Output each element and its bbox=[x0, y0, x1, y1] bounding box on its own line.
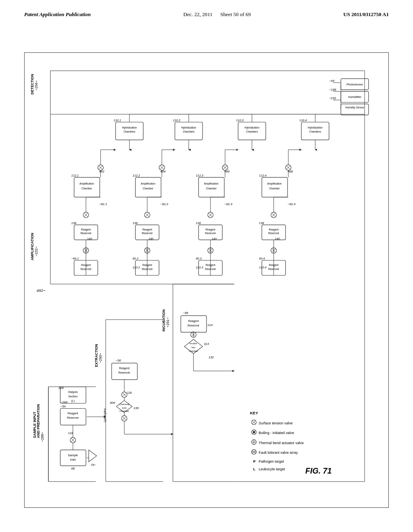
svg-text:138: 138 bbox=[196, 221, 201, 225]
svg-text:Reagent: Reagent bbox=[206, 228, 215, 231]
svg-text:Hybridization: Hybridization bbox=[308, 126, 323, 129]
svg-text:Chambers: Chambers bbox=[309, 130, 321, 133]
svg-text:130: 130 bbox=[133, 406, 139, 410]
svg-text:110.4: 110.4 bbox=[259, 266, 266, 269]
svg-text:Lysocytes: Lysocytes bbox=[103, 408, 106, 422]
svg-text:lysis: lysis bbox=[122, 407, 126, 409]
svg-text:~62.3: ~62.3 bbox=[224, 202, 232, 206]
svg-text:112.2: 112.2 bbox=[133, 174, 140, 177]
svg-text:110.4: 110.4 bbox=[299, 118, 307, 122]
header-center: Dec. 22, 2011 Sheet 50 of 69 bbox=[183, 11, 250, 18]
publication-date: Dec. 22, 2011 bbox=[183, 11, 212, 17]
svg-text:110.2: 110.2 bbox=[133, 266, 140, 269]
svg-text:60.2: 60.2 bbox=[133, 257, 138, 260]
svg-text:Amplification: Amplification bbox=[141, 182, 156, 185]
publication-label: Patent Application Publication bbox=[24, 11, 91, 18]
svg-text:114: 114 bbox=[207, 323, 213, 327]
svg-text:492~: 492~ bbox=[37, 288, 46, 293]
svg-text:Reservoir: Reservoir bbox=[142, 232, 153, 235]
svg-text:Amplification: Amplification bbox=[79, 182, 94, 185]
svg-text:~232: ~232 bbox=[329, 96, 336, 100]
svg-text:~60.1: ~60.1 bbox=[71, 257, 79, 260]
svg-text:138: 138 bbox=[133, 221, 138, 225]
svg-text:DETECTION: DETECTION bbox=[30, 74, 34, 94]
svg-text:68: 68 bbox=[71, 467, 75, 470]
svg-text:128: 128 bbox=[127, 391, 132, 394]
svg-text:~56: ~56 bbox=[116, 359, 121, 362]
svg-text:Inlet: Inlet bbox=[70, 458, 76, 461]
svg-text:AMPLIFICATION: AMPLIFICATION bbox=[30, 233, 34, 260]
svg-text:Leukocyte target: Leukocyte target bbox=[259, 467, 285, 471]
svg-text:Chamber: Chamber bbox=[81, 187, 92, 190]
page: Patent Application Publication Dec. 22, … bbox=[0, 0, 413, 532]
page-header: Patent Application Publication Dec. 22, … bbox=[0, 0, 413, 18]
svg-text:Incuba-: Incuba- bbox=[190, 342, 198, 345]
patent-number: US 2011/0312750 A1 bbox=[343, 11, 389, 18]
svg-text:Reservoir: Reservoir bbox=[188, 324, 200, 327]
svg-text:132: 132 bbox=[209, 355, 214, 359]
svg-text:~294~: ~294~ bbox=[34, 81, 38, 91]
svg-text:~62.1: ~62.1 bbox=[99, 202, 107, 206]
svg-text:~62.4: ~62.4 bbox=[288, 202, 296, 206]
svg-text:tion: tion bbox=[192, 346, 195, 349]
sheet-number: Sheet 50 of 69 bbox=[220, 11, 250, 17]
svg-text:Reagent: Reagent bbox=[142, 228, 152, 231]
svg-text:Reagent: Reagent bbox=[68, 412, 78, 415]
svg-text:~290~: ~290~ bbox=[98, 353, 102, 363]
svg-text:Chambers: Chambers bbox=[246, 130, 258, 133]
svg-text:Hybridization: Hybridization bbox=[181, 126, 196, 129]
figure-container: SAMPLE INPUT AND PREPARATION ~288~ EXTRA… bbox=[24, 52, 389, 508]
svg-text:Reagent: Reagent bbox=[119, 367, 129, 370]
svg-text:Fault tolerant valve array: Fault tolerant valve array bbox=[259, 451, 298, 455]
svg-text:Sample: Sample bbox=[68, 453, 78, 457]
svg-text:~44: ~44 bbox=[329, 79, 335, 83]
svg-text:chamber: chamber bbox=[189, 350, 198, 352]
svg-text:309: 309 bbox=[110, 401, 115, 405]
svg-text:Dialysis: Dialysis bbox=[68, 391, 78, 394]
svg-text:~196: ~196 bbox=[329, 88, 336, 91]
svg-text:110.3: 110.3 bbox=[196, 266, 204, 269]
svg-text:Chamber: Chamber bbox=[269, 187, 280, 190]
svg-text:110.3: 110.3 bbox=[236, 118, 244, 122]
svg-text:Hybridization: Hybridization bbox=[122, 126, 137, 129]
svg-text:Reservoir: Reservoir bbox=[268, 232, 280, 235]
svg-text:Chambers: Chambers bbox=[183, 130, 194, 133]
svg-text:~232~: ~232~ bbox=[34, 246, 38, 256]
svg-text:118: 118 bbox=[68, 432, 73, 434]
svg-text:INCUBATION: INCUBATION bbox=[162, 310, 166, 332]
svg-text:140: 140 bbox=[212, 237, 217, 241]
svg-text:Amplification: Amplification bbox=[267, 182, 282, 185]
svg-text:Reagent: Reagent bbox=[188, 320, 199, 323]
svg-text:Humidity Sensor: Humidity Sensor bbox=[345, 106, 365, 109]
svg-text:Reservoir: Reservoir bbox=[118, 371, 130, 374]
svg-text:Reservoir: Reservoir bbox=[205, 232, 216, 235]
svg-text:P: P bbox=[253, 459, 256, 463]
svg-text:Reservoir: Reservoir bbox=[80, 232, 92, 235]
svg-text:60.4: 60.4 bbox=[259, 257, 265, 260]
svg-text:Photosensor: Photosensor bbox=[346, 83, 363, 86]
svg-text:~62.2: ~62.2 bbox=[160, 202, 168, 206]
svg-text:76~: 76~ bbox=[91, 463, 96, 467]
svg-text:Reservoir: Reservoir bbox=[67, 416, 79, 419]
svg-text:~54: ~54 bbox=[60, 405, 66, 408]
svg-text:Chamber: Chamber bbox=[206, 187, 217, 190]
svg-text:140: 140 bbox=[87, 237, 92, 241]
svg-text:L: L bbox=[253, 467, 256, 471]
svg-text:Chemical: Chemical bbox=[119, 403, 129, 405]
svg-text:Humidifier: Humidifier bbox=[348, 95, 362, 99]
patent-diagram: SAMPLE INPUT AND PREPARATION ~288~ EXTRA… bbox=[29, 57, 384, 503]
svg-text:140: 140 bbox=[275, 237, 280, 241]
svg-text:EXTRACTION: EXTRACTION bbox=[95, 344, 99, 367]
svg-text:138: 138 bbox=[71, 221, 77, 225]
svg-text:Chamber: Chamber bbox=[143, 187, 154, 190]
svg-text:112.3: 112.3 bbox=[196, 174, 204, 177]
svg-text:KEY: KEY bbox=[250, 411, 259, 415]
svg-text:Pathogen target: Pathogen target bbox=[259, 459, 284, 463]
svg-text:Amplification: Amplification bbox=[204, 182, 219, 185]
svg-text:60.3: 60.3 bbox=[196, 257, 202, 260]
svg-text:138: 138 bbox=[259, 221, 264, 225]
svg-text:Boiling - initiated valve: Boiling - initiated valve bbox=[259, 431, 294, 435]
svg-text:Section: Section bbox=[68, 395, 77, 398]
svg-text:Chambers: Chambers bbox=[123, 130, 135, 133]
svg-text:~58: ~58 bbox=[183, 311, 188, 315]
